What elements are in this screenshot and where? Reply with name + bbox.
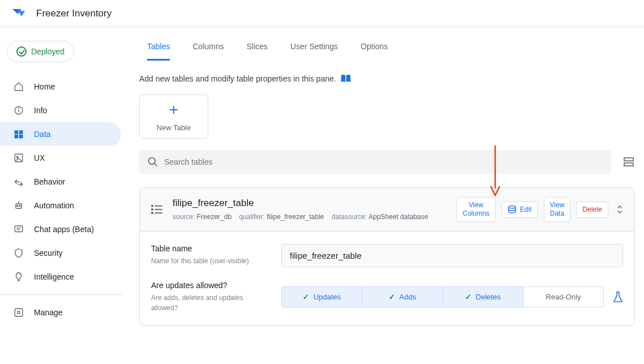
sidebar-item-label: Intelligence: [34, 272, 74, 281]
tabs: Tables Columns Slices User Settings Opti…: [139, 27, 644, 61]
sidebar-item-chatapps[interactable]: Chat apps (Beta): [0, 217, 122, 241]
sidebar-item-label: Security: [34, 249, 63, 258]
search-icon: [147, 156, 158, 168]
tab-options[interactable]: Options: [360, 42, 388, 61]
sidebar-item-behavior[interactable]: Behavior: [0, 170, 122, 194]
table-name-input[interactable]: [281, 244, 623, 267]
search-tables-box[interactable]: [139, 150, 611, 174]
sidebar-item-label: Automation: [34, 201, 74, 210]
sidebar-item-label: Info: [34, 106, 47, 115]
svg-point-8: [16, 156, 18, 158]
view-toggle-icon[interactable]: [624, 157, 634, 166]
svg-rect-21: [624, 163, 633, 166]
tab-columns[interactable]: Columns: [192, 42, 224, 61]
updates-toggle-group: ✓Updates ✓Adds ✓Deletes Read-Only: [281, 281, 623, 312]
svg-point-10: [17, 205, 18, 207]
info-icon: [14, 105, 24, 115]
svg-point-18: [149, 158, 156, 165]
deployed-status[interactable]: Deployed: [7, 41, 74, 62]
svg-point-11: [19, 205, 20, 207]
bulb-icon: [14, 272, 24, 282]
view-columns-button[interactable]: ViewColumns: [456, 197, 495, 222]
table-name-label: Table name: [151, 244, 270, 253]
check-icon: ✓: [465, 293, 471, 301]
book-icon[interactable]: [341, 74, 351, 83]
separator: [0, 294, 122, 295]
view-data-button[interactable]: ViewData: [544, 197, 571, 222]
flask-icon[interactable]: [613, 291, 623, 302]
database-icon: [508, 205, 517, 213]
delete-button[interactable]: Delete: [576, 202, 608, 218]
app-header: Freezer Inventory: [0, 0, 644, 27]
svg-point-29: [509, 205, 516, 208]
sidebar: Deployed Home Info Data UX Behavior Auto…: [0, 27, 122, 364]
sidebar-item-ux[interactable]: UX: [0, 146, 122, 170]
table-card: filipe_freezer_table source: Freezer_db …: [139, 187, 635, 326]
check-icon: ✓: [303, 293, 309, 301]
sidebar-item-label: Behavior: [34, 177, 65, 186]
svg-rect-13: [15, 226, 23, 232]
toggle-updates[interactable]: ✓Updates: [281, 286, 362, 307]
svg-line-19: [154, 164, 157, 166]
deployed-label: Deployed: [31, 47, 65, 56]
svg-rect-16: [15, 309, 23, 316]
annotation-arrow: [488, 145, 502, 196]
appsheet-logo-icon: [11, 6, 26, 21]
toggle-deletes[interactable]: ✓Deletes: [443, 286, 523, 307]
pane-desc-text: Add new tables and modify table properti…: [139, 74, 336, 83]
sidebar-item-label: Data: [34, 130, 51, 139]
sidebar-item-label: UX: [34, 153, 45, 162]
manage-icon: [14, 307, 24, 318]
table-name-sublabel: Name for this table (user-visible): [151, 257, 249, 265]
sidebar-item-intelligence[interactable]: Intelligence: [0, 265, 122, 289]
updates-label: Are updates allowed?: [151, 281, 270, 290]
sidebar-item-data[interactable]: Data: [0, 122, 121, 146]
svg-rect-3: [15, 131, 18, 134]
ux-icon: [14, 153, 24, 163]
search-input[interactable]: [164, 157, 603, 166]
automation-icon: [14, 200, 24, 211]
toggle-adds[interactable]: ✓Adds: [362, 286, 443, 307]
edit-button[interactable]: Edit: [501, 202, 538, 218]
check-icon: ✓: [389, 293, 395, 301]
svg-point-25: [152, 209, 153, 210]
data-icon: [14, 129, 24, 139]
toggle-readonly[interactable]: Read-Only: [523, 286, 604, 307]
sidebar-item-label: Home: [34, 82, 55, 91]
sidebar-item-home[interactable]: Home: [0, 75, 122, 99]
new-table-button[interactable]: + New Table: [139, 95, 208, 139]
check-circle-icon: [16, 46, 27, 57]
pane-description: Add new tables and modify table properti…: [139, 74, 644, 83]
svg-rect-4: [20, 131, 23, 134]
svg-point-17: [18, 311, 20, 314]
tab-user-settings[interactable]: User Settings: [290, 42, 338, 61]
svg-rect-6: [20, 135, 23, 138]
sidebar-item-manage[interactable]: Manage: [0, 301, 122, 324]
sidebar-item-label: Chat apps (Beta): [34, 225, 94, 234]
shield-icon: [14, 248, 24, 258]
table-title: filipe_freezer_table: [173, 198, 446, 209]
svg-point-2: [19, 108, 19, 109]
main-content: Tables Columns Slices User Settings Opti…: [122, 27, 644, 364]
home-icon: [14, 82, 24, 92]
svg-rect-5: [15, 135, 18, 138]
svg-point-23: [152, 205, 153, 207]
sidebar-item-label: Manage: [34, 308, 63, 317]
new-table-label: New Table: [157, 123, 191, 132]
table-card-header[interactable]: filipe_freezer_table source: Freezer_db …: [140, 188, 634, 232]
behavior-icon: [14, 177, 24, 187]
updates-sublabel: Are adds, deletes and updates allowed?: [151, 294, 243, 312]
list-icon: [151, 205, 162, 214]
tab-tables[interactable]: Tables: [147, 42, 170, 61]
app-title: Freezer Inventory: [36, 8, 111, 19]
sidebar-item-info[interactable]: Info: [0, 99, 122, 122]
sidebar-item-automation[interactable]: Automation: [0, 194, 122, 217]
svg-rect-20: [624, 158, 633, 161]
svg-point-27: [152, 212, 153, 213]
chat-icon: [14, 224, 24, 234]
table-subtitle: source: Freezer_db qualifier: filipe_fre…: [173, 213, 428, 221]
sidebar-item-security[interactable]: Security: [0, 241, 122, 265]
plus-icon: +: [169, 102, 178, 118]
tab-slices[interactable]: Slices: [247, 42, 268, 61]
expand-collapse-icon[interactable]: [616, 204, 623, 215]
